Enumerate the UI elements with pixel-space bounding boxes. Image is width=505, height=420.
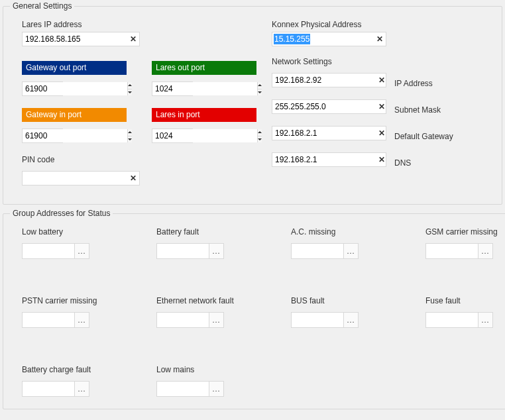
browse-button[interactable]: ... (74, 244, 89, 258)
status-item-label: GSM carrier missing (425, 227, 505, 236)
group-addresses-status-group: Group Addresses for Status Low battery..… (3, 209, 505, 409)
status-address-input[interactable] (292, 244, 343, 258)
gateway-out-port-input[interactable] (23, 82, 127, 95)
status-address-field[interactable]: ... (291, 243, 359, 259)
status-address-field[interactable]: ... (291, 312, 359, 328)
konnex-address-label: Konnex Physical Address (272, 20, 495, 29)
status-address-input[interactable] (292, 313, 343, 327)
status-address-field[interactable]: ... (22, 381, 89, 397)
status-address-field[interactable]: ... (425, 243, 493, 259)
subnet-mask-label: Subnet Mask (394, 105, 441, 115)
spin-down-icon[interactable] (128, 136, 132, 143)
default-gateway-input[interactable] (272, 127, 377, 140)
lares-ip-label: Lares IP address (22, 20, 252, 29)
status-item: Ethernet network fault... (156, 296, 246, 328)
browse-button[interactable]: ... (74, 382, 89, 396)
browse-button[interactable]: ... (209, 313, 223, 327)
status-address-input[interactable] (157, 244, 209, 258)
spin-up-icon[interactable] (128, 82, 132, 89)
pin-code-field[interactable]: ✕ (22, 171, 140, 185)
lares-out-port-header: Lares out port (152, 61, 256, 75)
gateway-in-port-input[interactable] (23, 129, 127, 142)
network-settings-label: Network Settings (272, 57, 495, 66)
status-item-label: Low battery (22, 227, 111, 236)
lares-in-port-input[interactable] (152, 129, 257, 142)
status-address-input[interactable] (23, 244, 74, 258)
status-item: Fuse fault... (425, 296, 505, 328)
lares-in-port-header: Lares in port (152, 108, 256, 122)
status-address-field[interactable]: ... (425, 312, 493, 328)
status-item-label: BUS fault (291, 296, 380, 305)
ip-address-field[interactable]: ✕ (272, 73, 386, 87)
status-address-input[interactable] (23, 382, 74, 396)
subnet-mask-input[interactable] (272, 100, 377, 113)
default-gateway-field[interactable]: ✕ (272, 126, 386, 140)
status-address-field[interactable]: ... (22, 243, 89, 259)
gateway-out-port-header: Gateway out port (22, 61, 127, 75)
pin-code-label: PIN code (22, 155, 252, 164)
status-address-input[interactable] (157, 382, 209, 396)
lares-in-port-spinner[interactable] (152, 129, 193, 143)
clear-icon[interactable]: ✕ (377, 76, 386, 85)
browse-button[interactable]: ... (209, 382, 223, 396)
general-settings-legend: General Settings (10, 1, 74, 11)
status-address-field[interactable]: ... (156, 312, 224, 328)
status-item-label: PSTN carrier missing (22, 296, 111, 305)
status-item-label: Ethernet network fault (156, 296, 246, 305)
konnex-address-input[interactable]: 15.15.255 (274, 34, 310, 44)
status-address-input[interactable] (426, 313, 478, 327)
browse-button[interactable]: ... (478, 313, 492, 327)
status-address-field[interactable]: ... (156, 243, 224, 259)
browse-button[interactable]: ... (478, 244, 492, 258)
status-item: Battery fault... (156, 227, 246, 259)
lares-ip-input[interactable] (23, 32, 127, 46)
clear-icon[interactable]: ✕ (377, 155, 386, 164)
subnet-mask-field[interactable]: ✕ (272, 99, 386, 114)
browse-button[interactable]: ... (209, 244, 223, 258)
status-item-label: Fuse fault (425, 296, 505, 305)
spin-down-icon[interactable] (128, 89, 132, 96)
clear-icon[interactable]: ✕ (377, 102, 386, 111)
status-address-input[interactable] (157, 313, 209, 327)
status-item: BUS fault... (291, 296, 380, 328)
gateway-in-port-header: Gateway in port (22, 108, 127, 122)
browse-button[interactable]: ... (74, 313, 89, 327)
gateway-out-port-spinner[interactable] (22, 81, 63, 96)
status-item-label: Battery charge fault (22, 365, 111, 374)
ip-address-input[interactable] (272, 74, 377, 87)
group-addresses-status-legend: Group Addresses for Status (10, 209, 113, 218)
status-address-field[interactable]: ... (156, 381, 224, 397)
clear-icon[interactable]: ✕ (377, 129, 386, 138)
status-item-label: Battery fault (156, 227, 246, 236)
status-address-input[interactable] (23, 313, 74, 327)
status-item-label: A.C. missing (291, 227, 380, 236)
status-item-label: Low mains (156, 365, 246, 374)
status-item: Low battery... (22, 227, 111, 259)
clear-icon[interactable]: ✕ (127, 174, 139, 183)
browse-button[interactable]: ... (343, 313, 358, 327)
status-item: A.C. missing... (291, 227, 380, 259)
status-item: Low mains... (156, 365, 246, 397)
gateway-in-port-spinner[interactable] (22, 129, 63, 143)
spin-up-icon[interactable] (128, 129, 132, 136)
clear-icon[interactable]: ✕ (374, 34, 386, 44)
dns-label: DNS (394, 158, 411, 168)
general-settings-group: General Settings Lares IP address ✕ Gate… (3, 1, 502, 205)
default-gateway-label: Default Gateway (394, 132, 453, 141)
lares-out-port-input[interactable] (152, 82, 257, 95)
browse-button[interactable]: ... (343, 244, 358, 258)
status-item: Battery charge fault... (22, 365, 111, 397)
status-item: GSM carrier missing... (425, 227, 505, 259)
pin-code-input[interactable] (23, 172, 127, 185)
ip-address-label: IP Address (394, 79, 433, 88)
status-address-input[interactable] (426, 244, 478, 258)
status-address-field[interactable]: ... (22, 312, 89, 328)
clear-icon[interactable]: ✕ (127, 34, 139, 44)
lares-out-port-spinner[interactable] (152, 81, 193, 96)
lares-ip-field[interactable]: ✕ (22, 32, 140, 46)
status-item: PSTN carrier missing... (22, 296, 111, 328)
konnex-address-field[interactable]: 15.15.255 ✕ (272, 32, 386, 46)
dns-input[interactable] (272, 153, 377, 166)
dns-field[interactable]: ✕ (272, 152, 386, 167)
